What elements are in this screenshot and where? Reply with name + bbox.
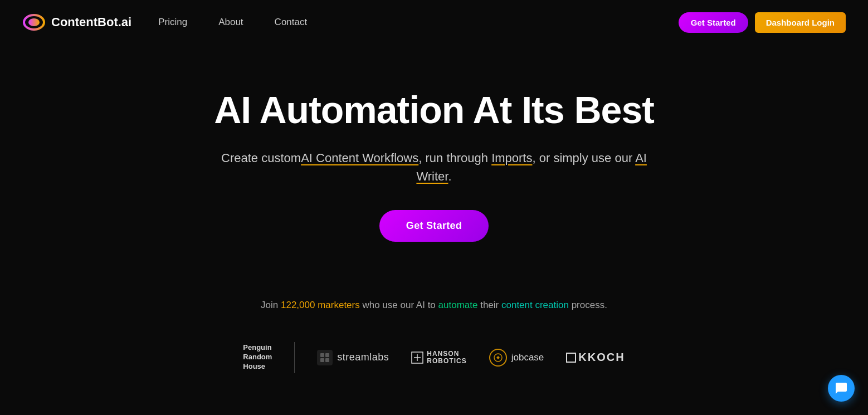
logo[interactable]: ContentBot.ai bbox=[22, 11, 131, 34]
social-proof-mid2: their bbox=[477, 300, 501, 310]
svg-point-1 bbox=[28, 18, 40, 26]
hero-subtitle-pre: Create custom bbox=[221, 151, 301, 165]
navbar: ContentBot.ai Pricing About Contact Get … bbox=[0, 0, 868, 45]
nav-link-pricing[interactable]: Pricing bbox=[158, 17, 187, 27]
svg-rect-5 bbox=[325, 358, 329, 362]
brand-jobcase: jobcase bbox=[489, 349, 544, 367]
nav-link-about[interactable]: About bbox=[218, 17, 243, 27]
hanson-text: HANSON ROBOTICS bbox=[427, 350, 466, 365]
streamlabs-icon bbox=[317, 350, 333, 365]
social-proof-count: 122,000 marketers bbox=[281, 300, 360, 310]
brand-hanson: HANSON ROBOTICS bbox=[411, 350, 466, 365]
brand-streamlabs: streamlabs bbox=[317, 350, 389, 365]
koch-label: KKOCH bbox=[578, 351, 625, 364]
chat-icon bbox=[835, 382, 848, 395]
svg-rect-2 bbox=[320, 353, 324, 357]
nav-item-about[interactable]: About bbox=[218, 17, 243, 28]
hero-get-started-button[interactable]: Get Started bbox=[379, 210, 489, 242]
social-proof-mid: who use our AI to bbox=[360, 300, 438, 310]
hero-link-workflows[interactable]: AI Content Workflows bbox=[301, 151, 418, 165]
hero-section: AI Automation At Its Best Create customA… bbox=[0, 45, 868, 264]
hero-title: AI Automation At Its Best bbox=[214, 89, 654, 131]
social-proof-post: process. bbox=[569, 300, 607, 310]
social-proof-automate: automate bbox=[438, 300, 478, 310]
nav-left: ContentBot.ai Pricing About Contact bbox=[22, 11, 307, 34]
social-proof-pre: Join bbox=[261, 300, 281, 310]
logo-icon bbox=[22, 11, 46, 34]
hero-link-imports[interactable]: Imports bbox=[491, 151, 532, 165]
nav-links: Pricing About Contact bbox=[158, 17, 307, 28]
nav-item-pricing[interactable]: Pricing bbox=[158, 17, 187, 28]
penguin-logo: Penguin Random House bbox=[243, 343, 272, 372]
brand-divider-1 bbox=[294, 342, 295, 373]
brand-koch: KKOCH bbox=[566, 351, 625, 364]
jobcase-svg bbox=[493, 353, 503, 363]
hero-subtitle-post: , or simply use our bbox=[532, 151, 632, 165]
nav-get-started-button[interactable]: Get Started bbox=[679, 12, 748, 33]
svg-rect-10 bbox=[567, 353, 576, 362]
nav-item-contact[interactable]: Contact bbox=[275, 17, 308, 28]
hero-subtitle: Create customAI Content Workflows, run t… bbox=[217, 149, 651, 185]
logo-text: ContentBot.ai bbox=[51, 15, 131, 30]
streamlabs-label: streamlabs bbox=[337, 351, 389, 363]
brand-penguin: Penguin Random House bbox=[243, 343, 272, 372]
brands-section: Penguin Random House streamlabs HANSON R… bbox=[0, 342, 868, 396]
nav-right: Get Started Dashboard Login bbox=[679, 12, 846, 33]
hero-subtitle-end: . bbox=[448, 169, 451, 183]
svg-rect-3 bbox=[325, 353, 329, 357]
jobcase-icon bbox=[489, 349, 507, 367]
jobcase-label: jobcase bbox=[511, 352, 544, 363]
chat-widget[interactable] bbox=[828, 375, 855, 402]
social-proof: Join 122,000 marketers who use our AI to… bbox=[0, 300, 868, 311]
svg-rect-4 bbox=[320, 358, 324, 362]
hanson-icon bbox=[411, 351, 423, 364]
social-proof-content-creation: content creation bbox=[501, 300, 569, 310]
koch-icon bbox=[566, 353, 576, 363]
nav-dashboard-login-button[interactable]: Dashboard Login bbox=[755, 12, 846, 33]
hero-subtitle-mid: , run through bbox=[418, 151, 488, 165]
streamlabs-svg bbox=[319, 352, 330, 363]
nav-link-contact[interactable]: Contact bbox=[275, 17, 308, 27]
